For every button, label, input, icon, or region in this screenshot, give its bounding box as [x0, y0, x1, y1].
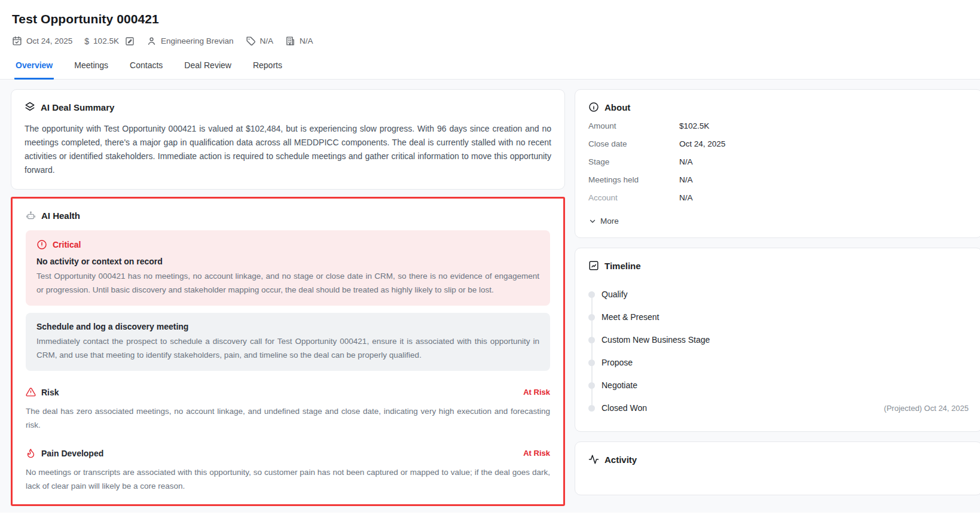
- about-card: About Amount $102.5K Close date Oct 24, …: [575, 89, 980, 238]
- meta-amount-text: 102.5K: [93, 36, 119, 45]
- ai-deal-summary-card: AI Deal Summary The opportunity with Tes…: [11, 89, 565, 190]
- tab-overview[interactable]: Overview: [14, 60, 54, 80]
- recommendation-box: Schedule and log a discovery meeting Imm…: [26, 313, 550, 371]
- alert-triangle-icon: [26, 387, 36, 397]
- content-area: AI Deal Summary The opportunity with Tes…: [0, 80, 980, 513]
- meta-tag-text: N/A: [260, 36, 274, 45]
- meta-account: N/A: [285, 36, 313, 46]
- tag-icon: [246, 36, 256, 46]
- stage-label: Meet & Present: [602, 312, 660, 322]
- timeline-icon: [588, 260, 599, 271]
- chevron-down-icon: [588, 217, 597, 226]
- flame-icon: [26, 448, 36, 458]
- timeline-header: Timeline: [588, 260, 969, 271]
- meta-tag: N/A: [246, 36, 274, 46]
- stage-dot: [588, 382, 595, 389]
- critical-label: Critical: [53, 240, 81, 249]
- recommendation-heading: Schedule and log a discovery meeting: [36, 322, 539, 331]
- stage-dot: [588, 337, 595, 343]
- dollar-icon: $: [84, 36, 89, 46]
- about-row-account: Account N/A: [588, 193, 969, 202]
- timeline-card: Timeline Qualify Meet & Present Custom N…: [575, 248, 980, 432]
- page-title: Test Opportunity 000421: [12, 12, 966, 26]
- pain-status-badge: At Risk: [523, 449, 550, 458]
- meta-owner-text: Engineering Brevian: [161, 36, 234, 45]
- about-label: Stage: [588, 157, 679, 166]
- critical-alert: Critical No activity or context on recor…: [26, 230, 550, 306]
- timeline-stage-qualify: Qualify: [588, 283, 969, 306]
- recommendation-body: Immediately contact the prospect to sche…: [36, 335, 539, 362]
- about-rows: Amount $102.5K Close date Oct 24, 2025 S…: [588, 121, 969, 202]
- about-value: N/A: [679, 193, 693, 202]
- about-label: Meetings held: [588, 175, 679, 184]
- calendar-check-icon: [12, 36, 22, 46]
- main-column: AI Deal Summary The opportunity with Tes…: [11, 89, 565, 506]
- timeline-stage-negotiate: Negotiate: [588, 374, 969, 397]
- about-row-stage: Stage N/A: [588, 157, 969, 166]
- person-icon: [146, 36, 157, 46]
- side-column: About Amount $102.5K Close date Oct 24, …: [575, 89, 980, 495]
- opportunity-meta: Oct 24, 2025 $ 102.5K Engineering Brevia…: [12, 36, 966, 46]
- pain-section-title-row: Pain Developed: [26, 448, 103, 458]
- timeline-stage-closed-won: Closed Won (Projected) Oct 24, 2025: [588, 397, 969, 419]
- timeline-list: Qualify Meet & Present Custom New Busine…: [588, 283, 969, 419]
- ai-health-header: AI Health: [26, 211, 550, 221]
- activity-card: Activity: [575, 441, 980, 495]
- meta-amount: $ 102.5K: [84, 36, 135, 46]
- meta-close-date: Oct 24, 2025: [12, 36, 72, 46]
- timeline-stage-propose: Propose: [588, 351, 969, 374]
- tab-meetings[interactable]: Meetings: [73, 60, 109, 80]
- about-label: Amount: [588, 121, 679, 130]
- ai-deal-summary-body: The opportunity with Test Opportunity 00…: [25, 122, 551, 177]
- stage-dot: [588, 291, 595, 298]
- pain-section-header: Pain Developed At Risk: [26, 448, 550, 458]
- critical-alert-header: Critical: [36, 239, 539, 250]
- timeline-stage-custom-new-business: Custom New Business Stage: [588, 328, 969, 351]
- tab-deal-review[interactable]: Deal Review: [183, 60, 233, 80]
- risk-section-header: Risk At Risk: [26, 387, 550, 397]
- risk-section: Risk At Risk The deal has zero associate…: [26, 387, 550, 432]
- stage-label: Propose: [602, 358, 633, 367]
- edit-icon[interactable]: [125, 36, 135, 46]
- stage-dot: [588, 405, 595, 412]
- critical-body: Test Opportunity 000421 has no meetings,…: [36, 270, 539, 297]
- activity-header: Activity: [588, 454, 969, 465]
- stage-dot: [588, 314, 595, 321]
- meta-close-date-text: Oct 24, 2025: [26, 36, 72, 45]
- about-label: Close date: [588, 139, 679, 148]
- risk-status-badge: At Risk: [523, 388, 550, 397]
- about-value: Oct 24, 2025: [679, 139, 725, 148]
- timeline-stage-meet-present: Meet & Present: [588, 306, 969, 328]
- robot-icon: [26, 211, 36, 221]
- tab-bar: Overview Meetings Contacts Deal Review R…: [0, 60, 980, 80]
- pain-section-title: Pain Developed: [41, 449, 103, 458]
- about-value: N/A: [679, 175, 693, 184]
- about-value: N/A: [679, 157, 693, 166]
- activity-pulse-icon: [588, 454, 599, 465]
- about-value: $102.5K: [679, 121, 709, 130]
- about-row-close-date: Close date Oct 24, 2025: [588, 139, 969, 148]
- tab-reports[interactable]: Reports: [252, 60, 283, 80]
- about-row-meetings-held: Meetings held N/A: [588, 175, 969, 184]
- tab-contacts[interactable]: Contacts: [129, 60, 164, 80]
- about-title: About: [605, 102, 630, 112]
- timeline-title: Timeline: [605, 261, 641, 271]
- about-row-amount: Amount $102.5K: [588, 121, 969, 130]
- about-header: About: [588, 102, 969, 112]
- ai-health-title: AI Health: [41, 211, 80, 221]
- meta-owner: Engineering Brevian: [146, 36, 234, 46]
- pain-developed-section: Pain Developed At Risk No meetings or tr…: [26, 448, 550, 493]
- risk-section-title: Risk: [41, 388, 59, 397]
- pain-section-body: No meetings or transcripts are associate…: [26, 466, 550, 493]
- ai-deal-summary-title: AI Deal Summary: [41, 102, 114, 112]
- stage-label: Closed Won: [602, 403, 647, 413]
- layers-icon: [25, 102, 35, 112]
- stage-label: Custom New Business Stage: [602, 335, 710, 345]
- more-button[interactable]: More: [588, 217, 619, 226]
- page-header: Test Opportunity 000421 Oct 24, 2025 $ 1…: [0, 0, 980, 46]
- building-icon: [285, 36, 295, 46]
- risk-section-title-row: Risk: [26, 387, 59, 397]
- stage-dot: [588, 359, 595, 366]
- stage-label: Qualify: [602, 290, 628, 299]
- ai-deal-summary-header: AI Deal Summary: [25, 102, 551, 112]
